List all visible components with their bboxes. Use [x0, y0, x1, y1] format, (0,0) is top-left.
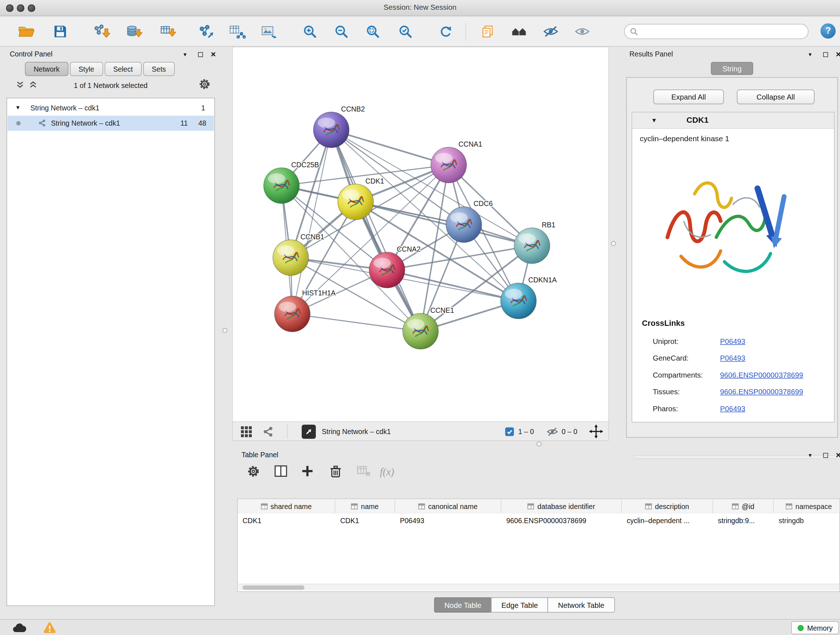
network-edge-ccnb2-hist1h1a[interactable]	[292, 130, 332, 314]
tab-node-table[interactable]: Node Table	[434, 597, 492, 613]
apply-layout-button[interactable]	[433, 21, 458, 42]
network-node-ccnb1[interactable]: CCNB1	[273, 233, 324, 276]
zoom-in-button[interactable]	[297, 21, 322, 42]
network-node-ccna2[interactable]: CCNA2	[369, 245, 420, 288]
collapse-all-button[interactable]: Collapse All	[737, 90, 815, 105]
node-label-ccne1: CCNE1	[430, 306, 454, 314]
create-column-button[interactable]	[302, 465, 314, 479]
crosslink-link[interactable]: 9606.ENSP00000378699	[720, 371, 804, 379]
gear-icon	[199, 78, 210, 90]
zoom-fit-button[interactable]	[360, 21, 385, 42]
column-header--id[interactable]: @id	[713, 499, 774, 513]
tab-select[interactable]: Select	[104, 62, 141, 76]
network-options-button[interactable]	[199, 78, 210, 92]
column-header-namespace[interactable]: namespace	[774, 499, 840, 513]
open-session-button[interactable]	[14, 21, 39, 42]
tab-sets[interactable]: Sets	[143, 62, 175, 76]
network-edge-hist1h1a-ccne1[interactable]	[292, 314, 420, 331]
detach-view-button[interactable]	[302, 424, 316, 439]
houses-button[interactable]	[507, 21, 532, 42]
gene-expand-triangle-icon[interactable]: ▼	[651, 117, 657, 124]
network-canvas[interactable]: CCNB2CCNA1CDC25BCDK1CDC6RB1CCNB1CCNA2CDK…	[232, 47, 609, 421]
table-options-button[interactable]	[247, 465, 260, 480]
table-row[interactable]: CDK1CDK1P064939606.ENSP00000378699cyclin…	[238, 514, 840, 528]
zoom-selected-button[interactable]	[393, 21, 418, 42]
grid-view-button[interactable]	[240, 426, 253, 440]
network-node-rb1[interactable]: RB1	[514, 221, 555, 264]
share-icon	[262, 426, 274, 438]
gene-card-header[interactable]: ▼ CDK1	[632, 112, 834, 129]
crosslink-label: Pharos:	[653, 405, 678, 413]
tab-style[interactable]: Style	[70, 62, 103, 76]
memory-button[interactable]: Memory	[791, 621, 839, 634]
hide-selected-button[interactable]	[538, 21, 563, 42]
results-panel-float-button[interactable]	[821, 50, 830, 59]
column-header-shared-name[interactable]: shared name	[238, 499, 335, 513]
results-panel: Results Panel ▾ × String Expand All Coll…	[624, 48, 840, 440]
delete-column-button[interactable]	[330, 465, 342, 480]
show-columns-button[interactable]	[274, 465, 288, 479]
left-divider-handle[interactable]	[223, 328, 227, 333]
network-edge-ccna2-cdkn1a[interactable]	[387, 270, 518, 301]
network-node-cdk1[interactable]: CDK1	[338, 177, 384, 220]
tab-edge-table[interactable]: Edge Table	[491, 597, 548, 613]
column-header-description[interactable]: description	[622, 499, 713, 513]
control-panel-close-button[interactable]: ×	[208, 50, 218, 59]
pan-mode-button[interactable]	[589, 424, 604, 440]
help-button[interactable]: ?	[821, 24, 836, 39]
crosslink-link[interactable]: P06493	[720, 354, 745, 363]
import-network-button[interactable]	[89, 21, 114, 42]
function-builder-button-disabled[interactable]: f(x)	[380, 466, 394, 478]
control-panel-float-button[interactable]	[195, 50, 205, 59]
clear-table-button-disabled[interactable]	[357, 465, 371, 479]
bottom-divider-handle[interactable]	[537, 442, 542, 447]
crosslink-link[interactable]: P06493	[720, 337, 745, 346]
results-panel-title: Results Panel	[630, 50, 673, 58]
save-session-button[interactable]	[48, 21, 73, 42]
cloud-button[interactable]	[11, 621, 27, 634]
warnings-button[interactable]	[41, 621, 57, 634]
tab-string[interactable]: String	[711, 62, 753, 75]
control-panel-collapse-button[interactable]: ▾	[180, 50, 190, 59]
network-collection-row[interactable]: ▼ String Network – cdk1 1	[8, 101, 214, 116]
crosslink-link[interactable]: 9606.ENSP00000378699	[720, 388, 804, 396]
scrollbar-thumb[interactable]	[243, 585, 305, 590]
show-all-button[interactable]	[570, 21, 595, 42]
right-divider-handle[interactable]	[611, 241, 616, 246]
expand-all-button[interactable]: Expand All	[653, 90, 724, 105]
search-input[interactable]	[642, 27, 803, 36]
network-row-selected[interactable]: String Network – cdk1 11 48	[8, 116, 214, 131]
network-table-export-button[interactable]	[225, 21, 249, 42]
network-node-hist1h1a[interactable]: HIST1H1A	[275, 289, 336, 332]
collection-expand-triangle-icon[interactable]: ▼	[15, 104, 21, 111]
hidden-eye-slash-icon[interactable]	[546, 427, 559, 439]
network-view-mode-button[interactable]	[262, 426, 274, 440]
new-network-button[interactable]	[193, 21, 218, 42]
selected-checkbox-icon[interactable]	[505, 428, 514, 436]
memory-status-dot	[797, 625, 804, 631]
column-header-name[interactable]: name	[335, 499, 395, 513]
network-node-ccnb2[interactable]: CCNB2	[313, 105, 365, 148]
copy-documents-button[interactable]	[475, 21, 500, 42]
network-edge-ccnb2-ccne1[interactable]	[332, 130, 421, 331]
import-table-button[interactable]	[155, 21, 180, 42]
results-panel-close-button[interactable]: ×	[834, 50, 840, 59]
crosslink-link[interactable]: P06493	[720, 405, 745, 413]
tab-network[interactable]: Network	[25, 62, 68, 76]
search-box[interactable]	[624, 24, 808, 39]
network-edge-cdk1-rb1[interactable]	[355, 202, 532, 246]
tab-network-table[interactable]: Network Table	[548, 597, 615, 613]
table-panel-close-button[interactable]: ×	[834, 451, 840, 459]
column-header-database-identifier[interactable]: database identifier	[501, 499, 622, 513]
table-panel-collapse-button[interactable]: ▾	[805, 451, 815, 459]
zoom-out-button[interactable]	[329, 21, 354, 42]
export-image-button[interactable]	[256, 21, 281, 42]
table-horizontal-scrollbar[interactable]	[238, 584, 840, 591]
network-node-ccna1[interactable]: CCNA1	[431, 140, 482, 183]
import-network-database-button[interactable]	[122, 21, 147, 42]
column-header-canonical-name[interactable]: canonical name	[395, 499, 501, 513]
results-panel-collapse-button[interactable]: ▾	[805, 50, 815, 59]
network-edge-ccnb2-ccna1[interactable]	[332, 130, 449, 165]
table-cell: CDK1	[335, 514, 395, 528]
table-panel-float-button[interactable]	[821, 451, 830, 459]
